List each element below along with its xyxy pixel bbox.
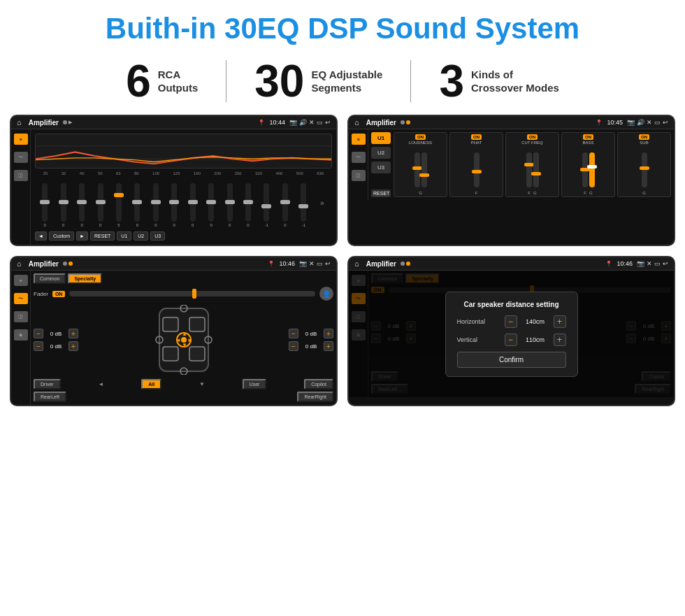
slider-val-13: -1: [265, 223, 268, 227]
db1-minus-button[interactable]: −: [34, 329, 43, 338]
db3-minus-button[interactable]: −: [289, 329, 298, 338]
screen-amp2: ⌂ Amplifier 📍 10:45 📷 🔊 ✕ ▭ ↩ ≡ 〜 ◫: [347, 115, 675, 246]
db2-plus-button[interactable]: +: [68, 341, 78, 351]
home-icon-2[interactable]: ⌂: [354, 118, 359, 127]
fader-bar[interactable]: [69, 291, 315, 296]
eq-icon[interactable]: ≡: [14, 134, 28, 145]
all-button[interactable]: All: [141, 379, 161, 389]
amp2-reset-button[interactable]: RESET: [371, 189, 391, 197]
cutfreq-slider1[interactable]: [526, 152, 532, 187]
amp2-u1-button[interactable]: U1: [371, 132, 391, 144]
speaker-icon[interactable]: ◫: [14, 170, 28, 181]
slider-col-11: 0: [221, 183, 238, 227]
rear-right-button[interactable]: RearRight: [297, 392, 333, 402]
horizontal-label: Horizontal: [457, 318, 500, 325]
bass-slider1[interactable]: [582, 152, 588, 187]
user-button[interactable]: User: [243, 379, 267, 389]
stat-crossover-text: Kinds ofCrossover Modes: [471, 68, 559, 95]
tab-specialty[interactable]: Specialty: [68, 273, 102, 284]
topbar-time-2: 10:45: [607, 119, 623, 126]
speaker-icon-2[interactable]: ◫: [352, 170, 366, 181]
vertical-minus-button[interactable]: −: [505, 334, 517, 346]
fader-on-badge: ON: [52, 291, 66, 297]
back-icon-4: ↩: [663, 260, 668, 267]
tab-common[interactable]: Common: [34, 273, 66, 284]
db4-plus-button[interactable]: +: [324, 341, 333, 351]
wave-icon[interactable]: 〜: [14, 152, 28, 163]
phat-label: PHAT: [471, 141, 482, 145]
db2-minus-button[interactable]: −: [34, 341, 43, 351]
car-diagram: ▲ ▼ ◄ ►: [82, 305, 284, 375]
slider-track-8[interactable]: [171, 183, 177, 222]
wave-icon-2[interactable]: 〜: [352, 152, 366, 163]
slider-track-7[interactable]: [153, 183, 159, 222]
topbar-title-4: Amplifier: [366, 260, 396, 268]
eq-content: 25 32 40 50 63 80 100 125 160 200 250 32…: [31, 129, 336, 245]
home-icon-3[interactable]: ⌂: [17, 259, 22, 268]
cutfreq-val2: G: [533, 191, 537, 195]
bass-on-badge: ON: [583, 134, 593, 140]
amp2-u2-button[interactable]: U2: [371, 147, 391, 159]
slider-track-15[interactable]: [301, 183, 306, 222]
phat-slider[interactable]: [474, 152, 480, 187]
slider-track-1[interactable]: [42, 183, 48, 222]
slider-track-9[interactable]: [190, 183, 196, 222]
db3-plus-button[interactable]: +: [324, 329, 333, 338]
driver-button[interactable]: Driver: [34, 379, 61, 389]
cutfreq-slider2[interactable]: [533, 152, 539, 187]
topbar-icons-2: 📷 🔊 ✕ ▭ ↩: [627, 119, 668, 126]
screen-distance: ⌂ Amplifier 📍 10:46 📷 ✕ ▭ ↩ ≡ 〜 ◫ ◈: [347, 256, 675, 406]
eq-u1-button[interactable]: U1: [117, 231, 131, 241]
slider-track-4[interactable]: [98, 183, 103, 222]
loudness-slider[interactable]: [414, 152, 420, 187]
svg-text:▲: ▲: [182, 331, 187, 337]
slider-col-6: 0: [129, 183, 145, 227]
horizontal-plus-button[interactable]: +: [554, 315, 566, 328]
vertical-plus-button[interactable]: +: [554, 334, 566, 346]
eq-u3-button[interactable]: U3: [150, 231, 165, 241]
slider-track-2[interactable]: [61, 183, 66, 222]
home-icon-4[interactable]: ⌂: [354, 259, 359, 268]
cutfreq-on-badge: ON: [527, 134, 538, 140]
eq-custom-button[interactable]: Custom: [49, 231, 74, 241]
slider-track-13[interactable]: [264, 183, 269, 222]
dot4b: [406, 262, 410, 266]
slider-track-3[interactable]: [79, 183, 85, 222]
eq-icon-3[interactable]: ≡: [14, 275, 28, 286]
db4-minus-button[interactable]: −: [289, 341, 298, 351]
eq-icon-2[interactable]: ≡: [352, 134, 366, 145]
eq-reset-button[interactable]: RESET: [90, 231, 115, 241]
db1-plus-button[interactable]: +: [68, 329, 78, 338]
home-icon[interactable]: ⌂: [17, 118, 22, 127]
copilot-button[interactable]: Copilot: [304, 379, 333, 389]
eq-next-button[interactable]: ►: [76, 231, 88, 241]
slider-track-6[interactable]: [134, 183, 140, 222]
left-sidebar-2: ≡ 〜 ◫: [349, 129, 368, 200]
amp2-right: ON LOUDNESS G ON PHAT: [394, 132, 671, 197]
distance-modal: Car speaker distance setting Horizontal …: [445, 292, 578, 377]
freq-250: 250: [235, 171, 242, 176]
spk-content: Common Specialty Fader ON 👤 −: [31, 271, 336, 405]
eq-u2-button[interactable]: U2: [134, 231, 148, 241]
amp2-u3-button[interactable]: U3: [371, 162, 391, 173]
wave-icon-3[interactable]: 〜: [14, 293, 28, 304]
speaker-icon-3[interactable]: ◫: [14, 311, 28, 322]
db-control-4: − 0 dB +: [289, 341, 333, 351]
horizontal-minus-button[interactable]: −: [505, 315, 517, 328]
back-icon-1: ↩: [325, 119, 331, 126]
loudness-slider2[interactable]: [421, 152, 427, 187]
slider-track-10[interactable]: [208, 183, 214, 222]
slider-track-5[interactable]: [116, 183, 122, 222]
rear-left-button[interactable]: RearLeft: [34, 392, 66, 402]
eq-prev-button[interactable]: ◄: [35, 231, 47, 241]
back-icon-3: ↩: [325, 260, 331, 267]
topbar-title-1: Amplifier: [29, 119, 59, 127]
confirm-button[interactable]: Confirm: [457, 352, 566, 368]
bass-slider2[interactable]: [589, 152, 595, 187]
slider-track-14[interactable]: [282, 183, 288, 222]
slider-track-12[interactable]: [245, 183, 251, 222]
sub-slider[interactable]: [642, 152, 647, 187]
slider-track-11[interactable]: [227, 183, 233, 222]
dot4a: [401, 262, 405, 266]
balance-icon-3[interactable]: ◈: [14, 329, 28, 341]
